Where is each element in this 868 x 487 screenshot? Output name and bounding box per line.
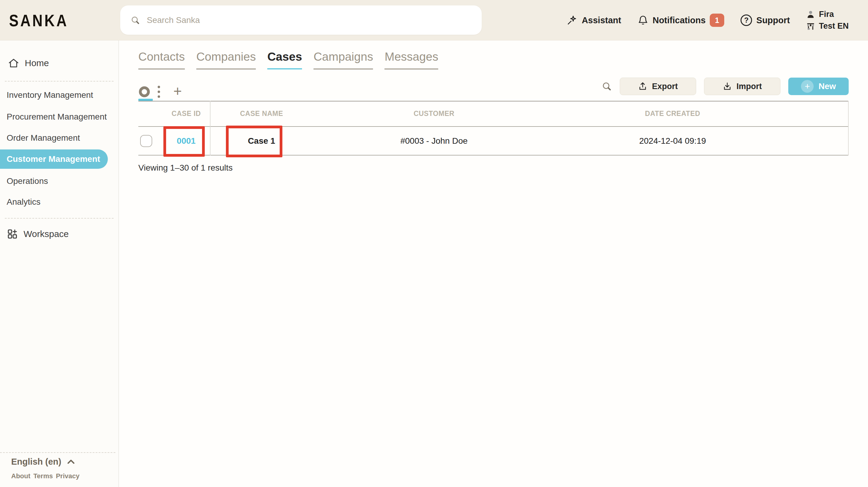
- language-label: English (en): [11, 457, 61, 467]
- export-button[interactable]: Export: [620, 77, 696, 95]
- sidebar-item-analytics[interactable]: Analytics: [7, 195, 119, 208]
- notifications-button[interactable]: Notifications 1: [638, 13, 724, 27]
- language-selector[interactable]: English (en): [11, 457, 76, 467]
- tab-campaigns[interactable]: Campaigns: [313, 50, 373, 69]
- user-menu: Fira Test EN: [806, 10, 849, 31]
- user-profile[interactable]: Fira: [806, 10, 849, 19]
- import-button[interactable]: Import: [704, 77, 780, 95]
- workspace-name: Test EN: [819, 22, 849, 31]
- entity-tabs: Contacts Companies Cases Campaigns Messa…: [138, 50, 438, 69]
- legal-links: About Terms Privacy: [11, 472, 80, 480]
- tab-messages[interactable]: Messages: [384, 50, 438, 69]
- notifications-badge: 1: [710, 13, 724, 27]
- support-label: Support: [756, 15, 790, 25]
- sidebar-divider: [5, 81, 114, 82]
- topbar: SANKA Assistant Notifications: [0, 0, 868, 40]
- new-button[interactable]: + New: [788, 77, 849, 95]
- privacy-link[interactable]: Privacy: [56, 472, 80, 480]
- table-header-row: CASE ID CASE NAME CUSTOMER DATE CREATED: [138, 101, 849, 127]
- import-label: Import: [737, 82, 762, 91]
- main-content: Contacts Companies Cases Campaigns Messa…: [120, 40, 868, 487]
- row-checkbox[interactable]: [140, 135, 152, 147]
- brand-logo: SANKA: [9, 0, 68, 40]
- annotation-box-case-name: [226, 126, 282, 157]
- column-header-date-created: DATE CREATED: [555, 109, 790, 118]
- view-options-kebab-icon[interactable]: [156, 86, 161, 98]
- global-search[interactable]: [120, 5, 482, 35]
- sidebar-item-workspace[interactable]: Workspace: [7, 227, 69, 241]
- tab-cases[interactable]: Cases: [267, 50, 302, 69]
- support-button[interactable]: ? Support: [741, 14, 790, 26]
- sidebar-home-label: Home: [25, 58, 49, 68]
- help-icon: ?: [741, 14, 752, 26]
- sidebar-workspace-label: Workspace: [24, 229, 69, 239]
- table-search-icon[interactable]: [601, 81, 612, 92]
- tab-contacts[interactable]: Contacts: [138, 50, 185, 69]
- search-input[interactable]: [147, 15, 449, 25]
- table-actions: Export Import + New: [601, 77, 849, 95]
- annotation-box-case-id: [163, 126, 205, 157]
- add-view-button[interactable]: +: [173, 83, 182, 100]
- sidebar-item-inventory-management[interactable]: Inventory Management: [7, 89, 119, 102]
- terms-link[interactable]: Terms: [33, 472, 53, 480]
- cell-customer: #0003 - John Doe: [313, 136, 555, 146]
- bell-icon: [638, 15, 648, 26]
- sidebar-footer-divider: [0, 452, 115, 453]
- workspace-switcher[interactable]: Test EN: [806, 22, 849, 31]
- plus-icon: +: [801, 80, 814, 93]
- export-label: Export: [652, 82, 678, 91]
- cell-date-created: 2024-12-04 09:19: [555, 136, 790, 146]
- notifications-label: Notifications: [653, 15, 706, 25]
- chevron-up-icon: [66, 457, 76, 467]
- tab-companies[interactable]: Companies: [196, 50, 256, 69]
- sidebar-item-order-management[interactable]: Order Management: [7, 131, 119, 144]
- user-icon: [806, 10, 815, 19]
- import-icon: [723, 82, 732, 91]
- column-header-case-name: CASE NAME: [210, 109, 313, 118]
- user-name: Fira: [819, 10, 834, 19]
- column-header-customer: CUSTOMER: [313, 109, 555, 118]
- home-icon: [8, 57, 19, 69]
- sidebar-divider: [5, 218, 114, 219]
- sidebar-item-operations[interactable]: Operations: [7, 174, 119, 188]
- about-link[interactable]: About: [11, 472, 31, 480]
- sidebar-item-home[interactable]: Home: [8, 56, 49, 70]
- sidebar-item-procurement-management[interactable]: Procurement Management: [7, 110, 119, 124]
- wand-icon: [566, 15, 578, 26]
- search-icon: [130, 15, 140, 25]
- workspace-icon: [7, 228, 18, 240]
- assistant-label: Assistant: [582, 15, 621, 25]
- assistant-button[interactable]: Assistant: [566, 15, 621, 26]
- active-view-indicator: [138, 99, 153, 101]
- storefront-icon: [806, 22, 815, 31]
- results-count: Viewing 1–30 of 1 results: [138, 162, 232, 173]
- sidebar-item-customer-management[interactable]: Customer Management: [0, 150, 108, 169]
- table-right-edge: [848, 101, 849, 156]
- export-icon: [638, 82, 647, 91]
- column-divider: [210, 101, 211, 156]
- view-circle-icon[interactable]: [139, 86, 150, 97]
- column-header-case-id: CASE ID: [162, 109, 210, 118]
- topbar-nav: Assistant Notifications 1 ? Support: [566, 0, 849, 40]
- sidebar: Home Inventory Management Procurement Ma…: [0, 40, 119, 487]
- app-window: SANKA Assistant Notifications: [0, 0, 868, 487]
- new-label: New: [818, 82, 836, 91]
